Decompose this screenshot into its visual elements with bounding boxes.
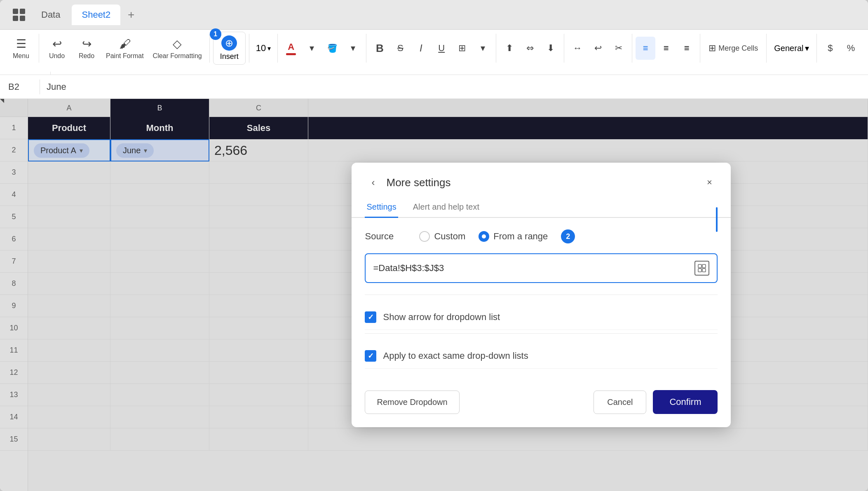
tab-sheet2[interactable]: Sheet2 xyxy=(72,5,120,25)
toolbar: ☰ Menu ↩ Undo ↪ Redo 🖌 Paint Format ◇ Cl… xyxy=(0,30,868,75)
modal-body: Source Custom From a range 2 xyxy=(352,218,731,380)
clear-formatting-button[interactable]: ◇ Clear Formatting xyxy=(149,30,206,67)
menu-icon: ☰ xyxy=(16,37,26,51)
toolbar-divider-6 xyxy=(496,34,496,63)
toolbar-divider-4 xyxy=(277,34,278,63)
svg-rect-4 xyxy=(698,264,701,268)
number-format-selector[interactable]: General ▾ xyxy=(770,41,813,56)
radio-custom-label: Custom xyxy=(434,231,465,242)
valign-middle-button[interactable]: ⇔ xyxy=(520,37,540,60)
svg-rect-5 xyxy=(702,264,706,268)
checkbox-apply-same-label: Apply to exact same drop-down lists xyxy=(383,351,528,361)
circle-plus-icon: ⊕ xyxy=(221,35,237,51)
modal-separator-2 xyxy=(365,333,718,334)
merge-cells-button[interactable]: ⊞ Merge Cells xyxy=(704,40,763,57)
modal-close-button[interactable]: × xyxy=(701,174,718,191)
align-left-icon: ≡ xyxy=(643,43,648,54)
align-center-button[interactable]: ≡ xyxy=(656,37,676,60)
toolbar-divider-3 xyxy=(249,34,249,63)
italic-icon: I xyxy=(420,42,422,54)
wrap-overflow-button[interactable]: ↔ xyxy=(568,37,587,60)
add-tab-button[interactable]: + xyxy=(122,6,140,24)
formula-bar: B2 June xyxy=(0,75,868,99)
modal-separator-1 xyxy=(365,295,718,295)
formula-divider xyxy=(40,79,40,94)
align-center-icon: ≡ xyxy=(664,43,669,54)
formula-value[interactable]: June xyxy=(47,82,66,92)
radio-custom[interactable]: Custom xyxy=(419,231,465,242)
text-color-button[interactable]: A xyxy=(281,37,301,60)
toolbar-divider-2 xyxy=(209,34,210,63)
valign-bottom-icon: ⬇ xyxy=(547,43,554,54)
borders-dropdown[interactable]: ▾ xyxy=(473,37,493,60)
radio-from-range[interactable]: From a range xyxy=(479,231,548,242)
fill-color-button[interactable]: 🪣 xyxy=(322,37,342,60)
strikethrough-icon: S xyxy=(397,43,404,54)
tab-scroll-area xyxy=(494,197,718,217)
svg-rect-2 xyxy=(13,16,18,21)
range-select-icon[interactable] xyxy=(694,261,709,276)
from-range-badge: 2 xyxy=(561,229,575,243)
cancel-button[interactable]: Cancel xyxy=(594,390,646,414)
menu-button[interactable]: ☰ Menu xyxy=(7,30,35,67)
toolbar-divider-5 xyxy=(366,34,366,63)
valign-top-button[interactable]: ⬆ xyxy=(500,37,519,60)
checkbox-show-arrow[interactable]: ✓ Show arrow for dropdown list xyxy=(365,305,718,330)
paint-format-button[interactable]: 🖌 Paint Format xyxy=(102,30,148,67)
checkbox-apply-same-box[interactable]: ✓ xyxy=(365,350,376,362)
modal-footer: Remove Dropdown Cancel Confirm xyxy=(352,380,731,427)
align-left-button[interactable]: ≡ xyxy=(636,37,655,60)
font-size-selector[interactable]: 10 ▾ xyxy=(253,41,274,55)
wrap-wrap-icon: ↩ xyxy=(594,43,602,54)
remove-dropdown-button[interactable]: Remove Dropdown xyxy=(365,390,459,414)
underline-button[interactable]: U xyxy=(432,37,451,60)
strikethrough-button[interactable]: S xyxy=(390,37,410,60)
tab-settings[interactable]: Settings xyxy=(365,197,398,218)
confirm-button[interactable]: Confirm xyxy=(653,390,718,414)
checkbox-show-arrow-label: Show arrow for dropdown list xyxy=(383,312,500,323)
modal-header: ‹ More settings × xyxy=(352,163,731,191)
source-label: Source xyxy=(365,231,406,242)
modal-tabs: Settings Alert and help text xyxy=(352,197,731,218)
insert-button-wrap[interactable]: ⊕ Insert 1 xyxy=(213,32,246,65)
tab-bar: Data Sheet2 + xyxy=(0,0,868,30)
insert-badge: 1 xyxy=(210,28,221,40)
checkbox-show-arrow-box[interactable]: ✓ xyxy=(365,311,376,323)
borders-button[interactable]: ⊞ xyxy=(452,37,472,60)
wrap-clip-icon: ✂ xyxy=(615,43,622,54)
bold-button[interactable]: B xyxy=(370,37,389,60)
spreadsheet-area: 1 2 3 4 5 6 7 8 9 10 11 12 13 14 15 A B … xyxy=(0,99,868,491)
text-color-icon: A xyxy=(288,42,294,52)
wrap-overflow-icon: ↔ xyxy=(573,43,582,54)
undo-button[interactable]: ↩ Undo xyxy=(42,30,71,67)
text-color-dropdown[interactable]: ▾ xyxy=(302,37,321,60)
modal-back-button[interactable]: ‹ xyxy=(365,174,381,191)
align-right-button[interactable]: ≡ xyxy=(677,37,697,60)
fill-color-icon: 🪣 xyxy=(327,43,338,53)
chevron-down-icon: ▾ xyxy=(267,44,271,52)
valign-bottom-button[interactable]: ⬇ xyxy=(541,37,561,60)
radio-from-range-circle xyxy=(479,231,489,242)
percent-button[interactable]: % xyxy=(841,37,861,60)
redo-button[interactable]: ↪ Redo xyxy=(72,30,101,67)
tab-data[interactable]: Data xyxy=(31,5,70,25)
radio-from-range-label: From a range xyxy=(493,231,548,242)
wrap-wrap-button[interactable]: ↩ xyxy=(588,37,608,60)
radio-custom-circle xyxy=(419,231,430,242)
currency-button[interactable]: $ xyxy=(820,37,840,60)
modal-title: More settings xyxy=(386,176,696,189)
range-input-row: =Data!$H$3:$J$3 xyxy=(365,253,718,283)
wrap-clip-button[interactable]: ✂ xyxy=(609,37,629,60)
italic-button[interactable]: I xyxy=(411,37,431,60)
checkbox-apply-same[interactable]: ✓ Apply to exact same drop-down lists xyxy=(365,344,718,369)
checkmark-icon: ✓ xyxy=(368,313,374,322)
toolbar-divider-11 xyxy=(816,34,817,63)
range-input-field[interactable]: =Data!$H$3:$J$3 xyxy=(365,253,718,283)
fill-color-dropdown[interactable]: ▾ xyxy=(343,37,363,60)
tab-alert-help[interactable]: Alert and help text xyxy=(411,197,481,218)
checkmark-icon: ✓ xyxy=(368,351,374,360)
toolbar-divider-7 xyxy=(564,34,564,63)
toolbar-divider-1 xyxy=(39,34,39,63)
toolbar-divider-8 xyxy=(632,34,632,63)
borders-icon: ⊞ xyxy=(458,43,466,54)
